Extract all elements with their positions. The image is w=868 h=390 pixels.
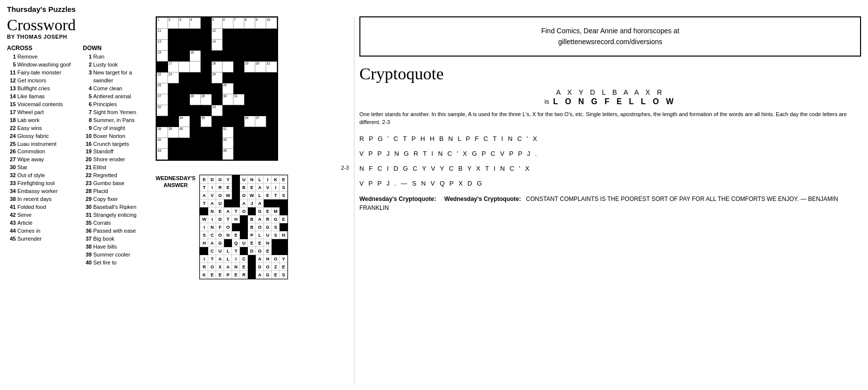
clue-num: 42 [7,211,16,219]
answer-cell [240,223,248,231]
clue-num: 30 [7,164,16,172]
grid-cell: 28 [190,94,201,105]
clue-num: 9 [83,125,92,132]
clue-num: 31 [83,211,92,219]
clue-num: 8 [83,117,92,125]
page-title: Thursday's Puzzles [7,5,861,13]
clue-item: 23Gumbo base [83,180,151,188]
clue-item: 1Ruin [83,53,151,61]
answer-cell: E [272,271,280,279]
grid-cell [266,51,277,62]
grid-cell: 36 [244,116,255,127]
clue-num: 5 [83,93,92,101]
clue-item: 1Remove [7,53,75,61]
answer-cell: Y [280,255,288,263]
clue-num: 17 [7,109,16,117]
answer-cell [280,223,288,231]
grid-cell [201,127,212,138]
answer-cell: V [208,192,216,199]
clue-num: 36 [83,227,92,235]
grid-cell: 33 [212,105,223,116]
answer-cell: T [232,247,240,255]
grid-cell [244,51,255,62]
clue-item: 35Corrals [83,219,151,227]
clue-text: Boxer Norton [93,132,151,140]
clue-item: 31Strangely enticing [83,211,151,219]
answer-cell: O [256,223,264,231]
grid-cell [190,138,201,149]
crypto-encoded: A X Y D L B A A X R [556,88,665,96]
grid-cell [255,149,266,160]
answer-cell: O [216,231,224,239]
clue-text: Fairy-tale monster [17,69,75,77]
answer-cell: K [200,271,208,279]
answer-cell [200,247,208,255]
clue-item: 5Window-washing goof [7,61,75,69]
answer-cell: E [232,271,240,279]
clue-text: Principles [93,101,151,109]
answer-section: WEDNESDAY'SANSWER EDGYUNLIKETIREBEAVISAV… [156,175,288,279]
grid-cell [179,149,190,160]
grid-cell [223,40,233,51]
clue-text: In recent days [17,195,75,203]
clue-item: 28Placid [83,188,151,195]
clue-text: Window-washing goof [17,61,75,69]
answer-cell: N [208,207,216,215]
answer-cell: O [264,263,272,271]
clue-num: 25 [7,140,16,148]
answer-cell: J [248,199,256,207]
grid-cell: 13 [157,40,168,51]
answer-cell: D [256,263,264,271]
clue-num: 22 [7,125,16,132]
answer-cell [272,239,280,247]
answer-cell: C [240,255,248,263]
clue-num: 32 [7,172,16,180]
answer-cell: S [280,271,288,279]
answer-cell: E [264,207,272,215]
answer-cell: R [200,263,208,271]
answer-cell [248,207,256,215]
across-clues: 1Remove5Window-washing goof11Fairy-tale … [7,53,75,243]
answer-cell: N [224,231,232,239]
grid-cell [244,40,255,51]
grid-cell [266,40,277,51]
down-section: DOWN 1Ruin2Lusty look3New target for a s… [83,45,151,266]
grid-cell [179,105,190,116]
answer-cell: N [248,176,256,184]
answer-cell [280,247,288,255]
clue-num: 38 [7,195,16,203]
answer-cell: W [200,215,208,223]
clue-text: Set fire to [93,259,151,267]
answer-cell [280,199,288,207]
grid-cell [212,138,223,149]
grid-cell [179,51,190,62]
clue-text: Serve [17,211,75,219]
grid-cell [233,83,244,94]
answer-cell: T [232,207,240,215]
answer-cell: T [224,215,232,223]
clue-num: 20 [83,156,92,164]
answer-cell: M [272,207,280,215]
clue-num: 12 [7,77,16,85]
grid-cell [223,29,233,40]
grid-cell [266,83,277,94]
grid-cell [201,138,212,149]
grid-cell: 42 [157,138,168,149]
answer-cell: E [200,176,208,184]
grid-cell [179,83,190,94]
clue-item: 17Wheel part [7,109,75,117]
answer-cell: N [232,263,240,271]
clue-text: Out of style [17,172,75,180]
answer-cell: H [280,231,288,239]
grid-cell: 24 [212,72,223,83]
clue-text: Get incisors [17,77,75,85]
grid-cell [233,40,244,51]
answer-cell: I [232,255,240,263]
answer-cell: E [232,231,240,239]
grid-cell: 19 [244,62,255,72]
clue-item: 44Comes in [7,227,75,235]
answer-cell [248,255,256,263]
grid-cell [223,116,233,127]
clue-item: 39Summer cooler [83,251,151,259]
grid-cell [201,83,212,94]
